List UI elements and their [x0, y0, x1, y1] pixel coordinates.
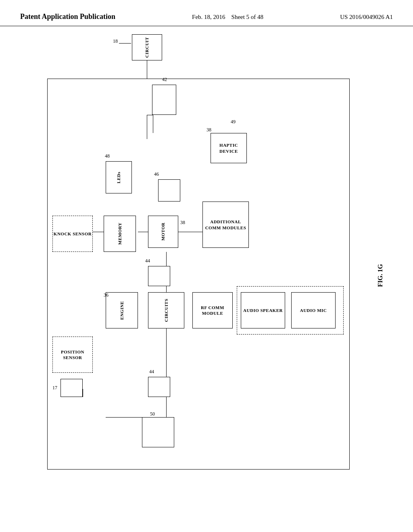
box-42 — [152, 85, 176, 115]
engine-box: ENGINE — [106, 292, 138, 328]
circuits-box: CIRCUITS — [148, 292, 184, 328]
box-50 — [142, 417, 174, 447]
pub-date: Feb. 18, 2016 — [192, 14, 225, 20]
box-44-upper — [148, 266, 170, 286]
ref-49: 49 — [231, 119, 236, 125]
ref-44a: 44 — [145, 258, 150, 264]
ref-17: 17 — [52, 385, 57, 391]
haptic-device-box: HAPTIC DEVICE — [211, 133, 247, 163]
ref-46: 46 — [154, 171, 159, 177]
circuit-box: CIRCUIT — [132, 34, 162, 60]
audio-speaker-box: AUDIO SPEAKER — [241, 292, 285, 328]
audio-mic-box: AUDIO MIC — [291, 292, 336, 328]
main-outer-box — [47, 79, 350, 470]
ref-18: 18 — [113, 38, 118, 44]
motor-box: MOTOR — [148, 216, 178, 248]
ref-44b: 44 — [149, 369, 154, 375]
knock-sensor-box: KNOCK SENSOR — [52, 216, 93, 252]
additional-comm-box: ADDITIONAL COMM MODULES — [202, 202, 249, 248]
position-sensor-box: POSITION SENSOR — [52, 337, 93, 373]
memory-box: MEMORY — [104, 216, 136, 252]
publication-number: US 2016/0049026 A1 — [340, 12, 393, 22]
ref-42: 42 — [162, 77, 167, 83]
leds-box: LEDs — [106, 161, 132, 193]
ref-38b: 38 — [180, 220, 185, 226]
rf-comm-box: RF COMM MODULE — [192, 292, 233, 328]
box-44-lower — [148, 377, 170, 397]
ref-38a: 38 — [206, 127, 211, 133]
box-17 — [60, 379, 83, 397]
diagram-area: 18 CIRCUIT FIG. 1G 42 49 38 HAPTIC DEVIC… — [25, 34, 388, 498]
publication-title: Patent Application Publication — [20, 12, 115, 21]
ref-50: 50 — [150, 411, 155, 417]
publication-date-sheet: Feb. 18, 2016 Sheet 5 of 48 — [192, 12, 263, 22]
sheet-info: Sheet 5 of 48 — [232, 14, 264, 20]
figure-label: FIG. 1G — [377, 264, 384, 287]
page-header: Patent Application Publication Feb. 18, … — [0, 0, 413, 26]
box-46 — [158, 179, 180, 202]
ref-48: 48 — [105, 153, 110, 159]
